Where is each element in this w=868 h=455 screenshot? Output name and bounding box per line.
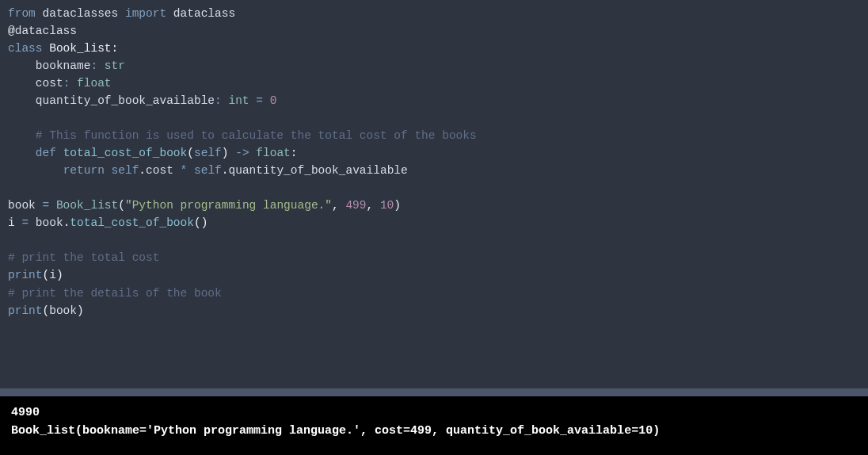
field-quantity: quantity_of_book_available (36, 94, 215, 107)
print-builtin: print (8, 269, 43, 281)
import-name: dataclass (173, 7, 235, 20)
class-name: Book_list (49, 42, 111, 55)
num-10: 10 (380, 199, 394, 212)
self-ref: self (112, 164, 139, 177)
method-call: total_cost_of_book (70, 216, 194, 229)
dot: . (139, 164, 146, 177)
print-builtin: print (8, 304, 43, 317)
default-zero: 0 (270, 94, 277, 107)
keyword-from: from (8, 7, 36, 20)
method-name: total_cost_of_book (63, 147, 188, 159)
rparen: ) (201, 216, 208, 229)
lparen: ( (43, 304, 50, 317)
keyword-return: return (63, 164, 105, 177)
output-line-2: Book_list(bookname='Python programming l… (11, 424, 660, 438)
colon: : (63, 77, 70, 90)
arg-book: book (49, 304, 77, 317)
self-ref2: self (194, 164, 222, 177)
obj-book: book (36, 216, 63, 229)
equals: = (256, 94, 263, 107)
type-float: float (77, 77, 112, 90)
constructor-call: Book_list (56, 199, 118, 212)
code-editor: from dataclasses import dataclass @datac… (0, 0, 868, 388)
var-i: i (8, 216, 15, 229)
attr-cost: cost (146, 164, 173, 177)
field-bookname: bookname (36, 59, 91, 72)
output-panel: 4990 Book_list(bookname='Python programm… (0, 396, 868, 455)
colon: : (215, 94, 222, 107)
module-name: dataclasses (43, 7, 119, 20)
multiply: * (181, 164, 188, 177)
comment-print-details: # print the details of the book (8, 287, 222, 300)
string-arg: "Python programming language." (125, 199, 332, 212)
assign: = (43, 199, 50, 212)
decorator-at: @ (8, 25, 15, 37)
colon: : (291, 147, 298, 159)
comment-function-desc: # This function is used to calculate the… (36, 129, 477, 142)
return-type: float (256, 147, 291, 159)
keyword-import: import (125, 7, 166, 20)
rparen: ) (394, 199, 401, 212)
field-cost: cost (36, 77, 63, 90)
assign: = (21, 216, 29, 229)
decorator-name: dataclass (15, 25, 77, 37)
comment-print-total: # print the total cost (8, 251, 159, 264)
arg-i: i (49, 269, 56, 281)
lparen: ( (43, 269, 50, 281)
num-499: 499 (345, 199, 366, 212)
colon: : (112, 42, 119, 55)
lparen: ( (187, 147, 194, 159)
keyword-def: def (36, 147, 56, 159)
arrow: -> (235, 147, 249, 159)
comma: , (367, 199, 374, 212)
rparen: ) (77, 304, 84, 317)
type-int: int (228, 94, 249, 107)
output-line-1: 4990 (11, 406, 40, 419)
type-str: str (105, 59, 125, 72)
rparen: ) (222, 147, 229, 159)
panel-divider (0, 388, 868, 396)
lparen: ( (194, 216, 201, 229)
var-book: book (8, 199, 36, 212)
colon: : (90, 59, 97, 72)
attr-quantity: quantity_of_book_available (229, 164, 408, 177)
dot: . (222, 164, 229, 177)
comma: , (332, 199, 339, 212)
self-param: self (194, 147, 222, 159)
rparen: ) (56, 269, 63, 281)
lparen: ( (118, 199, 125, 212)
keyword-class: class (8, 42, 43, 55)
